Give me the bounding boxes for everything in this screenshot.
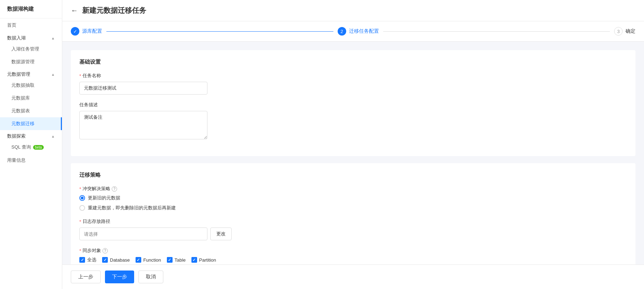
basic-settings-title: 基础设置 xyxy=(79,59,627,65)
required-star: * xyxy=(79,73,81,79)
prev-button[interactable]: 上一步 xyxy=(71,271,101,283)
step-3-label: 确定 xyxy=(625,28,635,34)
radio-circle-2 xyxy=(79,205,85,211)
step-2: 2 迁移任务配置 xyxy=(338,27,379,36)
radio-option-2[interactable]: 重建元数据，即先删除旧的元数据后再新建 xyxy=(79,205,627,211)
step-1-circle: ✓ xyxy=(71,27,79,36)
chevron-up-icon: ▲ xyxy=(51,36,55,40)
task-name-group: * 任务名称 xyxy=(79,73,627,95)
checkbox-all[interactable]: 全选 xyxy=(79,257,96,263)
step-1-label: 源库配置 xyxy=(82,28,102,34)
checkbox-table[interactable]: Table xyxy=(167,257,186,263)
sidebar-item-meta-extract[interactable]: 元数据抽取 xyxy=(0,79,62,92)
content-area: 基础设置 * 任务名称 任务描述 测试备注 迁移策略 * xyxy=(62,42,644,264)
task-desc-input[interactable]: 测试备注 xyxy=(79,111,207,139)
step-3-num: 3 xyxy=(617,29,619,34)
log-path-input[interactable] xyxy=(79,228,207,240)
step-line-1 xyxy=(106,31,333,32)
checkbox-database[interactable]: Database xyxy=(102,257,130,263)
sidebar-item-sql-query[interactable]: SQL 查询 beta xyxy=(0,141,62,154)
log-path-label: * 日志存放路径 xyxy=(79,218,627,225)
next-button[interactable]: 下一步 xyxy=(105,271,134,283)
checkbox-partition[interactable]: Partition xyxy=(191,257,216,263)
task-name-label: * 任务名称 xyxy=(79,73,627,79)
page-title: 新建元数据迁移任务 xyxy=(82,6,146,15)
sidebar-item-meta-db[interactable]: 元数据库 xyxy=(0,92,62,105)
sidebar-header: 数据湖构建 xyxy=(0,0,62,18)
step-3-circle: 3 xyxy=(614,27,623,36)
chevron-up-icon-2: ▲ xyxy=(51,73,55,76)
sidebar-item-home[interactable]: 首页 xyxy=(0,18,62,32)
chevron-up-icon-3: ▲ xyxy=(51,134,55,138)
beta-badge: beta xyxy=(33,145,43,150)
back-button[interactable]: ← xyxy=(71,6,78,15)
checkbox-function[interactable]: Function xyxy=(136,257,161,263)
footer-actions: 上一步 下一步 取消 xyxy=(62,264,644,289)
log-path-update-button[interactable]: 更改 xyxy=(210,228,232,240)
task-desc-label: 任务描述 xyxy=(79,102,627,108)
sidebar-item-meta-table[interactable]: 元数据表 xyxy=(0,105,62,117)
sidebar: 数据湖构建 首页 数据入湖 ▲ 入湖任务管理 数据源管理 元数据管理 ▲ 元数据… xyxy=(0,0,62,289)
sync-objects-checkboxes: 全选 Database Function Table xyxy=(79,257,627,263)
sidebar-group-meta-manage[interactable]: 元数据管理 ▲ xyxy=(0,68,62,79)
task-desc-group: 任务描述 测试备注 xyxy=(79,102,627,140)
step-2-num: 2 xyxy=(341,29,343,34)
cancel-button[interactable]: 取消 xyxy=(138,271,163,283)
conflict-radio-group: 更新旧的元数据 重建元数据，即先删除旧的元数据后再新建 xyxy=(79,195,627,211)
conflict-help-icon[interactable]: ? xyxy=(112,186,117,192)
sidebar-group-data-explore[interactable]: 数据探索 ▲ xyxy=(0,130,62,141)
conflict-group: * 冲突解决策略 ? 更新旧的元数据 重建元数据，即先删除旧的元数据后再新建 xyxy=(79,186,627,211)
basic-settings-card: 基础设置 * 任务名称 任务描述 测试备注 xyxy=(71,50,635,156)
radio-circle-1 xyxy=(79,195,85,201)
step-2-label: 迁移任务配置 xyxy=(349,28,379,34)
checkbox-table-box xyxy=(167,257,173,263)
step-3: 3 确定 xyxy=(614,27,635,36)
step-1-check-icon: ✓ xyxy=(73,29,77,34)
required-star-4: * xyxy=(79,248,81,253)
checkbox-partition-box xyxy=(191,257,197,263)
sync-objects-label: * 同步对象 ? xyxy=(79,247,627,254)
sync-objects-group: * 同步对象 ? 全选 Database Function xyxy=(79,247,627,263)
page-header: ← 新建元数据迁移任务 xyxy=(62,0,644,21)
required-star-3: * xyxy=(79,219,81,224)
log-path-group: * 日志存放路径 更改 xyxy=(79,218,627,240)
steps-bar: ✓ 源库配置 2 迁移任务配置 3 确定 xyxy=(62,21,644,42)
sync-help-icon[interactable]: ? xyxy=(102,248,108,253)
sidebar-item-ingest-task[interactable]: 入湖任务管理 xyxy=(0,43,62,55)
required-star-2: * xyxy=(79,186,81,192)
sidebar-item-user-info[interactable]: 用量信息 xyxy=(0,154,62,167)
main-content: ← 新建元数据迁移任务 ✓ 源库配置 2 迁移任务配置 3 确定 基础 xyxy=(62,0,644,289)
sidebar-group-data-ingest[interactable]: 数据入湖 ▲ xyxy=(0,32,62,43)
task-name-input[interactable] xyxy=(79,82,207,95)
conflict-label: * 冲突解决策略 ? xyxy=(79,186,627,192)
checkbox-database-box xyxy=(102,257,108,263)
radio-option-1[interactable]: 更新旧的元数据 xyxy=(79,195,627,201)
log-path-row: 更改 xyxy=(79,228,627,240)
step-line-2 xyxy=(383,31,610,32)
migration-strategy-title: 迁移策略 xyxy=(79,172,627,178)
checkbox-function-box xyxy=(136,257,141,263)
sidebar-item-meta-migrate[interactable]: 元数据迁移 xyxy=(0,117,62,130)
step-2-circle: 2 xyxy=(338,27,346,36)
step-1: ✓ 源库配置 xyxy=(71,27,102,36)
migration-strategy-card: 迁移策略 * 冲突解决策略 ? 更新旧的元数据 重建元数据，即先删除旧的元数据后… xyxy=(71,163,635,264)
sidebar-item-datasource[interactable]: 数据源管理 xyxy=(0,55,62,68)
checkbox-all-box xyxy=(79,257,85,263)
